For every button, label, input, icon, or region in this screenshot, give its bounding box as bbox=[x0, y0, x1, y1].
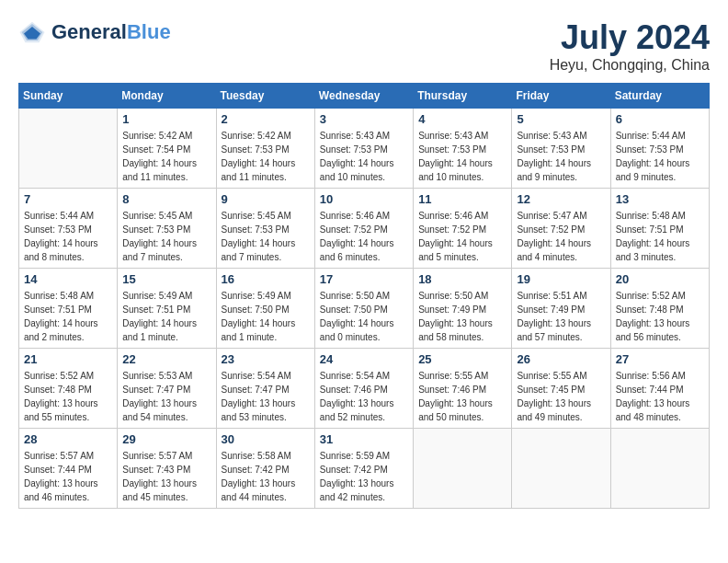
day-info: Sunrise: 5:49 AMSunset: 7:50 PMDaylight:… bbox=[222, 289, 310, 344]
day-info: Sunrise: 5:43 AMSunset: 7:53 PMDaylight:… bbox=[320, 129, 408, 184]
col-header-tuesday: Tuesday bbox=[216, 84, 314, 109]
day-cell: 4Sunrise: 5:43 AMSunset: 7:53 PMDaylight… bbox=[414, 109, 512, 189]
day-cell: 8Sunrise: 5:45 AMSunset: 7:53 PMDaylight… bbox=[118, 189, 216, 269]
day-info: Sunrise: 5:55 AMSunset: 7:45 PMDaylight:… bbox=[517, 369, 605, 424]
day-cell: 7Sunrise: 5:44 AMSunset: 7:53 PMDaylight… bbox=[19, 189, 118, 269]
day-cell: 10Sunrise: 5:46 AMSunset: 7:52 PMDayligh… bbox=[314, 189, 413, 269]
day-number: 19 bbox=[517, 272, 605, 286]
title-block: July 2024 Heyu, Chongqing, China bbox=[550, 18, 710, 74]
day-number: 3 bbox=[320, 112, 408, 126]
day-info: Sunrise: 5:45 AMSunset: 7:53 PMDaylight:… bbox=[222, 209, 310, 264]
day-info: Sunrise: 5:59 AMSunset: 7:42 PMDaylight:… bbox=[320, 449, 408, 504]
logo: GeneralBlue bbox=[18, 18, 171, 46]
day-info: Sunrise: 5:48 AMSunset: 7:51 PMDaylight:… bbox=[24, 289, 112, 344]
day-info: Sunrise: 5:46 AMSunset: 7:52 PMDaylight:… bbox=[320, 209, 408, 264]
day-info: Sunrise: 5:57 AMSunset: 7:44 PMDaylight:… bbox=[24, 449, 112, 504]
day-info: Sunrise: 5:55 AMSunset: 7:46 PMDaylight:… bbox=[418, 369, 506, 424]
logo-icon bbox=[18, 18, 46, 46]
day-info: Sunrise: 5:46 AMSunset: 7:52 PMDaylight:… bbox=[418, 209, 506, 264]
day-cell: 11Sunrise: 5:46 AMSunset: 7:52 PMDayligh… bbox=[414, 189, 512, 269]
location: Heyu, Chongqing, China bbox=[550, 57, 710, 74]
calendar-table: SundayMondayTuesdayWednesdayThursdayFrid… bbox=[18, 83, 710, 509]
page-header: GeneralBlue July 2024 Heyu, Chongqing, C… bbox=[18, 18, 710, 74]
day-info: Sunrise: 5:54 AMSunset: 7:46 PMDaylight:… bbox=[320, 369, 408, 424]
day-info: Sunrise: 5:53 AMSunset: 7:47 PMDaylight:… bbox=[122, 369, 210, 424]
col-header-friday: Friday bbox=[512, 84, 610, 109]
day-cell: 18Sunrise: 5:50 AMSunset: 7:49 PMDayligh… bbox=[414, 269, 512, 349]
day-info: Sunrise: 5:45 AMSunset: 7:53 PMDaylight:… bbox=[122, 209, 210, 264]
day-cell bbox=[414, 429, 512, 509]
day-number: 5 bbox=[517, 112, 605, 126]
day-number: 24 bbox=[320, 352, 408, 366]
day-cell: 19Sunrise: 5:51 AMSunset: 7:49 PMDayligh… bbox=[512, 269, 610, 349]
day-info: Sunrise: 5:52 AMSunset: 7:48 PMDaylight:… bbox=[24, 369, 112, 424]
day-cell: 12Sunrise: 5:47 AMSunset: 7:52 PMDayligh… bbox=[512, 189, 610, 269]
day-info: Sunrise: 5:42 AMSunset: 7:53 PMDaylight:… bbox=[222, 129, 310, 184]
day-info: Sunrise: 5:42 AMSunset: 7:54 PMDaylight:… bbox=[122, 129, 210, 184]
day-info: Sunrise: 5:54 AMSunset: 7:47 PMDaylight:… bbox=[222, 369, 310, 424]
week-row-5: 28Sunrise: 5:57 AMSunset: 7:44 PMDayligh… bbox=[19, 429, 710, 509]
day-number: 8 bbox=[122, 192, 210, 206]
day-cell: 28Sunrise: 5:57 AMSunset: 7:44 PMDayligh… bbox=[19, 429, 118, 509]
day-number: 15 bbox=[122, 272, 210, 286]
day-number: 11 bbox=[418, 192, 506, 206]
day-number: 4 bbox=[418, 112, 506, 126]
day-cell: 20Sunrise: 5:52 AMSunset: 7:48 PMDayligh… bbox=[610, 269, 709, 349]
day-number: 2 bbox=[222, 112, 310, 126]
day-number: 1 bbox=[122, 112, 210, 126]
day-number: 22 bbox=[122, 352, 210, 366]
day-number: 23 bbox=[222, 352, 310, 366]
day-number: 25 bbox=[418, 352, 506, 366]
day-number: 7 bbox=[24, 192, 112, 206]
day-cell: 21Sunrise: 5:52 AMSunset: 7:48 PMDayligh… bbox=[19, 349, 118, 429]
day-cell: 9Sunrise: 5:45 AMSunset: 7:53 PMDaylight… bbox=[216, 189, 314, 269]
day-number: 16 bbox=[222, 272, 310, 286]
day-info: Sunrise: 5:51 AMSunset: 7:49 PMDaylight:… bbox=[517, 289, 605, 344]
day-cell: 15Sunrise: 5:49 AMSunset: 7:51 PMDayligh… bbox=[118, 269, 216, 349]
day-cell: 3Sunrise: 5:43 AMSunset: 7:53 PMDaylight… bbox=[314, 109, 413, 189]
col-header-sunday: Sunday bbox=[19, 84, 118, 109]
day-cell: 5Sunrise: 5:43 AMSunset: 7:53 PMDaylight… bbox=[512, 109, 610, 189]
col-header-monday: Monday bbox=[118, 84, 216, 109]
day-cell bbox=[512, 429, 610, 509]
day-number: 6 bbox=[616, 112, 704, 126]
day-number: 9 bbox=[222, 192, 310, 206]
day-cell: 17Sunrise: 5:50 AMSunset: 7:50 PMDayligh… bbox=[314, 269, 413, 349]
day-number: 18 bbox=[418, 272, 506, 286]
col-header-saturday: Saturday bbox=[610, 84, 709, 109]
day-cell: 27Sunrise: 5:56 AMSunset: 7:44 PMDayligh… bbox=[610, 349, 709, 429]
day-number: 17 bbox=[320, 272, 408, 286]
day-info: Sunrise: 5:49 AMSunset: 7:51 PMDaylight:… bbox=[122, 289, 210, 344]
week-row-2: 7Sunrise: 5:44 AMSunset: 7:53 PMDaylight… bbox=[19, 189, 710, 269]
week-row-1: 1Sunrise: 5:42 AMSunset: 7:54 PMDaylight… bbox=[19, 109, 710, 189]
day-cell bbox=[610, 429, 709, 509]
day-info: Sunrise: 5:57 AMSunset: 7:43 PMDaylight:… bbox=[122, 449, 210, 504]
day-info: Sunrise: 5:56 AMSunset: 7:44 PMDaylight:… bbox=[616, 369, 704, 424]
day-cell bbox=[19, 109, 118, 189]
day-cell: 23Sunrise: 5:54 AMSunset: 7:47 PMDayligh… bbox=[216, 349, 314, 429]
day-number: 20 bbox=[616, 272, 704, 286]
day-cell: 31Sunrise: 5:59 AMSunset: 7:42 PMDayligh… bbox=[314, 429, 413, 509]
day-cell: 2Sunrise: 5:42 AMSunset: 7:53 PMDaylight… bbox=[216, 109, 314, 189]
day-info: Sunrise: 5:50 AMSunset: 7:50 PMDaylight:… bbox=[320, 289, 408, 344]
day-number: 29 bbox=[122, 432, 210, 446]
day-number: 10 bbox=[320, 192, 408, 206]
day-cell: 16Sunrise: 5:49 AMSunset: 7:50 PMDayligh… bbox=[216, 269, 314, 349]
day-info: Sunrise: 5:50 AMSunset: 7:49 PMDaylight:… bbox=[418, 289, 506, 344]
col-header-wednesday: Wednesday bbox=[314, 84, 413, 109]
day-number: 13 bbox=[616, 192, 704, 206]
day-cell: 14Sunrise: 5:48 AMSunset: 7:51 PMDayligh… bbox=[19, 269, 118, 349]
day-number: 30 bbox=[222, 432, 310, 446]
day-cell: 22Sunrise: 5:53 AMSunset: 7:47 PMDayligh… bbox=[118, 349, 216, 429]
day-number: 26 bbox=[517, 352, 605, 366]
day-number: 12 bbox=[517, 192, 605, 206]
day-cell: 25Sunrise: 5:55 AMSunset: 7:46 PMDayligh… bbox=[414, 349, 512, 429]
day-info: Sunrise: 5:44 AMSunset: 7:53 PMDaylight:… bbox=[24, 209, 112, 264]
day-cell: 1Sunrise: 5:42 AMSunset: 7:54 PMDaylight… bbox=[118, 109, 216, 189]
day-info: Sunrise: 5:58 AMSunset: 7:42 PMDaylight:… bbox=[222, 449, 310, 504]
day-info: Sunrise: 5:48 AMSunset: 7:51 PMDaylight:… bbox=[616, 209, 704, 264]
day-cell: 30Sunrise: 5:58 AMSunset: 7:42 PMDayligh… bbox=[216, 429, 314, 509]
day-info: Sunrise: 5:44 AMSunset: 7:53 PMDaylight:… bbox=[616, 129, 704, 184]
day-number: 28 bbox=[24, 432, 112, 446]
day-info: Sunrise: 5:43 AMSunset: 7:53 PMDaylight:… bbox=[517, 129, 605, 184]
